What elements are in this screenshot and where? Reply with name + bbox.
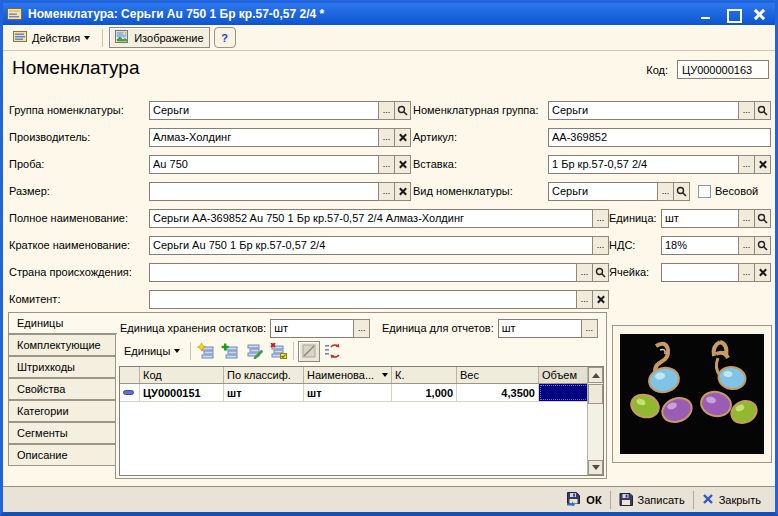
- cell-input[interactable]: [661, 263, 739, 282]
- ellipsis-button[interactable]: ...: [738, 155, 755, 174]
- ellipsis-button[interactable]: ...: [738, 101, 755, 120]
- cell-weight[interactable]: 4,3500: [457, 384, 539, 401]
- tab-units[interactable]: Единицы: [8, 312, 117, 334]
- clear-button[interactable]: [754, 263, 771, 282]
- cell-classif[interactable]: шт: [224, 384, 304, 401]
- cell-code[interactable]: ЦУ0000151: [140, 384, 224, 401]
- short-name-input[interactable]: [149, 236, 593, 255]
- tab-properties[interactable]: Свойства: [8, 378, 116, 400]
- column-header-code[interactable]: Код: [140, 367, 224, 383]
- column-header-classif[interactable]: По классиф.: [224, 367, 304, 383]
- ellipsis-button[interactable]: ...: [738, 209, 755, 228]
- units-menu-button[interactable]: Единицы: [118, 343, 186, 359]
- report-unit-input[interactable]: [498, 319, 582, 338]
- article-input[interactable]: [548, 128, 771, 147]
- magnifier-button[interactable]: [754, 101, 771, 120]
- edit-button[interactable]: [243, 341, 265, 362]
- toolbar-separator: [190, 342, 191, 360]
- magnifier-button[interactable]: [673, 182, 690, 201]
- ok-save-icon: [566, 492, 581, 508]
- image-toggle-button[interactable]: Изображение: [109, 27, 209, 48]
- toolbar-separator: [293, 342, 294, 360]
- tab-segments[interactable]: Сегменты: [8, 422, 116, 444]
- clear-icon: [398, 160, 407, 169]
- add-button[interactable]: [219, 341, 241, 362]
- code-label: Код:: [646, 64, 672, 76]
- column-header-weight[interactable]: Вес: [457, 367, 539, 383]
- size-input[interactable]: [149, 182, 379, 201]
- nomgroup-input[interactable]: [548, 101, 739, 120]
- ellipsis-button[interactable]: ...: [592, 209, 609, 228]
- vat-input[interactable]: [661, 236, 739, 255]
- consignor-input[interactable]: [149, 290, 577, 309]
- clear-icon: [596, 295, 605, 304]
- minimize-button[interactable]: [699, 7, 715, 21]
- magnifier-button[interactable]: [394, 101, 411, 120]
- delete-button[interactable]: [267, 341, 289, 362]
- scrollbar-thumb[interactable]: [588, 384, 603, 404]
- column-header-k[interactable]: К.: [392, 367, 457, 383]
- storage-unit-input[interactable]: [270, 319, 354, 338]
- ellipsis-button[interactable]: ...: [576, 263, 593, 282]
- ellipsis-button[interactable]: ...: [657, 182, 674, 201]
- refresh-button[interactable]: [322, 341, 344, 362]
- clear-button[interactable]: [394, 182, 411, 201]
- clear-icon: [398, 133, 407, 142]
- weight-checkbox[interactable]: [698, 185, 711, 198]
- column-header-volume[interactable]: Объем: [539, 367, 589, 383]
- clear-button[interactable]: [754, 155, 771, 174]
- set-default-button[interactable]: [298, 341, 320, 362]
- magnifier-button[interactable]: [592, 263, 609, 282]
- actions-label: Действия: [32, 32, 80, 44]
- ellipsis-button[interactable]: ...: [378, 101, 395, 120]
- table-vertical-scrollbar[interactable]: [587, 367, 603, 475]
- magnifier-button[interactable]: [754, 236, 771, 255]
- add-new-button[interactable]: [195, 341, 217, 362]
- scroll-down-icon: [592, 465, 600, 470]
- tab-description[interactable]: Описание: [8, 444, 116, 466]
- manufacturer-input[interactable]: [149, 128, 379, 147]
- maximize-button[interactable]: [725, 7, 741, 21]
- cell-volume-selected[interactable]: [539, 384, 589, 401]
- current-row-icon: [123, 389, 134, 396]
- insert-input[interactable]: [548, 155, 739, 174]
- ellipsis-button[interactable]: ...: [738, 263, 755, 282]
- marker-column-header[interactable]: [120, 367, 140, 383]
- image-label: Изображение: [134, 32, 203, 44]
- ellipsis-button[interactable]: ...: [576, 290, 593, 309]
- cell-k[interactable]: 1,000: [392, 384, 457, 401]
- ellipsis-button[interactable]: ...: [592, 236, 609, 255]
- kind-input[interactable]: [548, 182, 658, 201]
- assay-input[interactable]: [149, 155, 379, 174]
- scroll-down-button[interactable]: [588, 460, 603, 475]
- ellipsis-button[interactable]: ...: [581, 319, 598, 338]
- product-image-frame[interactable]: [612, 325, 772, 463]
- tab-categories[interactable]: Категории: [8, 400, 116, 422]
- scroll-up-button[interactable]: [588, 367, 603, 383]
- magnifier-button[interactable]: [754, 209, 771, 228]
- ellipsis-button[interactable]: ...: [378, 128, 395, 147]
- cell-name[interactable]: шт: [304, 384, 392, 401]
- ellipsis-button[interactable]: ...: [738, 236, 755, 255]
- units-table-header: Код По классиф. Наименова... К. Вес Объе…: [120, 367, 603, 384]
- group-input[interactable]: [149, 101, 379, 120]
- clear-button[interactable]: [394, 155, 411, 174]
- clear-button[interactable]: [394, 128, 411, 147]
- actions-menu-button[interactable]: Действия: [7, 27, 96, 48]
- country-input[interactable]: [149, 263, 577, 282]
- close-button[interactable]: [751, 7, 767, 21]
- close-form-button[interactable]: Закрыть: [694, 490, 769, 510]
- ellipsis-button[interactable]: ...: [353, 319, 370, 338]
- column-header-name[interactable]: Наименова...: [304, 367, 392, 383]
- tab-barcodes[interactable]: Штрихкоды: [8, 356, 116, 378]
- ok-button[interactable]: ОК: [558, 489, 609, 511]
- ellipsis-button[interactable]: ...: [378, 155, 395, 174]
- ellipsis-button[interactable]: ...: [378, 182, 395, 201]
- help-button[interactable]: ?: [214, 27, 236, 48]
- unit-input[interactable]: [661, 209, 739, 228]
- save-button[interactable]: Записать: [611, 490, 693, 511]
- clear-button[interactable]: [592, 290, 609, 309]
- tab-components[interactable]: Комплектующие: [8, 334, 116, 356]
- full-name-input[interactable]: [149, 209, 593, 228]
- table-row[interactable]: ЦУ0000151 шт шт 1,000 4,3500: [120, 384, 603, 402]
